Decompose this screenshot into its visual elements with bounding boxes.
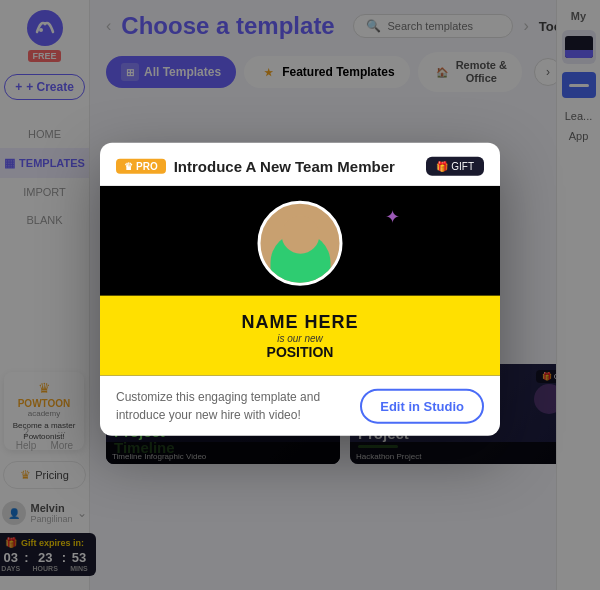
preview-background: ✦ Name Here is our new POSITION: [100, 186, 500, 376]
star-icon: ✦: [385, 206, 400, 228]
pro-badge-modal: ♛ PRO: [116, 159, 166, 174]
sub-text: is our new: [277, 333, 323, 344]
modal-header: ♛ PRO Introduce A New Team Member 🎁 GIFT: [100, 143, 500, 186]
modal-description: Customize this engaging template and int…: [116, 388, 350, 424]
edit-in-studio-button[interactable]: Edit in Studio: [360, 388, 484, 423]
person-avatar: [258, 201, 343, 286]
gift-button-modal[interactable]: 🎁 GIFT: [426, 157, 484, 176]
position-text: POSITION: [267, 344, 334, 360]
modal-footer: Customize this engaging template and int…: [100, 376, 500, 436]
crown-icon-modal: ♛: [124, 161, 133, 172]
yellow-section: Name Here is our new POSITION: [100, 296, 500, 376]
modal-title: Introduce A New Team Member: [174, 158, 419, 175]
template-preview-modal: ♛ PRO Introduce A New Team Member 🎁 GIFT…: [100, 143, 500, 436]
person-head: [281, 216, 319, 254]
name-text: Name Here: [241, 312, 358, 333]
gift-icon-modal: 🎁: [436, 161, 448, 172]
template-preview: ✦ Name Here is our new POSITION: [100, 186, 500, 376]
